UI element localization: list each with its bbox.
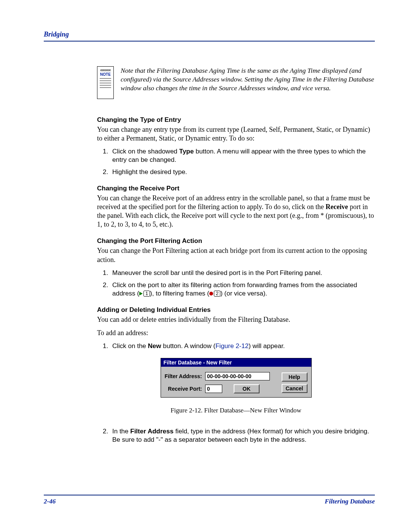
filter-address-ref: Filter Address xyxy=(130,428,174,435)
header-section: Bridging xyxy=(44,30,69,38)
para-add-delete: You can add or delete entries individual… xyxy=(97,315,375,324)
steps-add: Click on the New button. A window (Figur… xyxy=(97,342,375,350)
note-block: eeeeeee NOTE Note that the Filtering Dat… xyxy=(97,66,375,99)
ok-button[interactable]: OK xyxy=(234,384,260,393)
page-header: Bridging xyxy=(44,30,375,42)
window-body: Filter Address: Help Cancel Receive Port… xyxy=(161,367,311,397)
list-item: Click on the port to alter its filtering… xyxy=(110,281,375,298)
heading-receive-port: Changing the Receive Port xyxy=(97,185,375,192)
type-button-ref: Type xyxy=(179,148,194,155)
help-button[interactable]: Help xyxy=(282,372,307,382)
stop-icon xyxy=(209,292,213,296)
window-title: Filter Database - New Filter xyxy=(161,358,311,367)
note-icon: eeeeeee NOTE xyxy=(97,66,114,99)
page-number: 2-46 xyxy=(44,498,56,505)
list-item: In the Filter Address field, type in the… xyxy=(110,427,375,444)
page-footer: 2-46 Filtering Database xyxy=(44,495,375,505)
steps-changing-type: Click on the shadowed Type button. A men… xyxy=(97,147,375,176)
spiral-binding-icon: eeeeeee xyxy=(97,68,113,71)
receive-port-input[interactable] xyxy=(205,385,222,393)
footer-topic: Filtering Database xyxy=(325,498,375,505)
note-label: NOTE xyxy=(97,72,113,77)
filter-address-input[interactable] xyxy=(205,372,270,380)
para-receive-port: You can change the Receive port of an ad… xyxy=(97,194,375,229)
note-text: Note that the Filtering Database Aging T… xyxy=(121,66,375,99)
content-area: eeeeeee NOTE Note that the Filtering Dat… xyxy=(97,66,375,444)
port-number: 1 xyxy=(143,291,150,297)
steps-port-filtering: Maneuver the scroll bar until the desire… xyxy=(97,269,375,298)
list-item: Highlight the desired type. xyxy=(110,168,375,176)
heading-add-delete: Adding or Deleting Individual Entries xyxy=(97,306,375,314)
page: Bridging eeeeeee NOTE Note that the Filt… xyxy=(0,0,411,532)
list-item: Maneuver the scroll bar until the desire… xyxy=(110,269,375,277)
cancel-button[interactable]: Cancel xyxy=(282,384,307,393)
list-item: Click on the New button. A window (Figur… xyxy=(110,342,375,350)
window-button-column: Help Cancel xyxy=(282,372,307,393)
para-changing-type: You can change any entry type from its c… xyxy=(97,125,375,143)
heading-changing-type: Changing the Type of Entry xyxy=(97,116,375,124)
list-item: Click on the shadowed Type button. A men… xyxy=(110,147,375,164)
filter-icon: 2 xyxy=(209,291,220,297)
new-button-ref: New xyxy=(148,342,161,350)
forward-icon: 1 xyxy=(139,291,150,297)
receive-port-label: Receive Port: xyxy=(165,386,202,392)
figure-caption: Figure 2-12. Filter Database—New Filter … xyxy=(97,407,375,414)
figure-ref: Figure 2-12 xyxy=(215,342,249,350)
filter-address-label: Filter Address: xyxy=(165,373,202,379)
para-port-filtering: You can change the Port Filtering action… xyxy=(97,246,375,264)
note-lines-icon xyxy=(97,78,113,88)
arrow-icon xyxy=(139,292,143,296)
para-to-add: To add an address: xyxy=(97,329,375,337)
receive-ref: Receive xyxy=(326,203,348,211)
new-filter-window: Filter Database - New Filter Filter Addr… xyxy=(161,358,312,398)
steps-add-cont: In the Filter Address field, type in the… xyxy=(97,427,375,444)
heading-port-filtering: Changing the Port Filtering Action xyxy=(97,237,375,245)
port-number: 2 xyxy=(214,291,220,297)
